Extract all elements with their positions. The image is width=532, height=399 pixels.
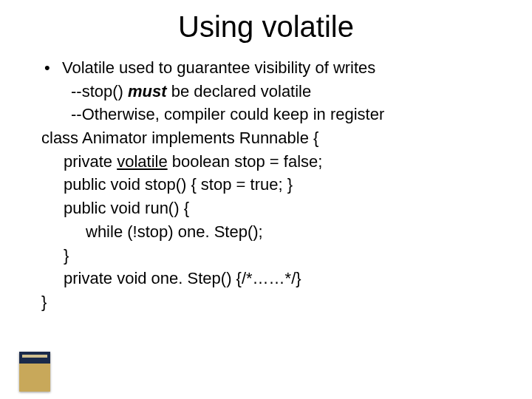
slide-title: Using volatile	[0, 10, 532, 44]
text-emphasis: must	[128, 82, 167, 100]
book-thumbnail-icon	[19, 352, 50, 392]
code-line: }	[41, 245, 502, 267]
bullet-main: Volatile used to guarantee visibility of…	[41, 57, 502, 79]
slide: Using volatile Volatile used to guarante…	[0, 10, 532, 399]
code-line: }	[41, 291, 502, 313]
code-line: private void one. Step() {/*……*/}	[41, 267, 502, 290]
text: be declared volatile	[167, 82, 312, 100]
code-line: public void run() {	[41, 197, 502, 219]
slide-body: Volatile used to guarantee visibility of…	[41, 57, 502, 313]
text: private	[64, 152, 117, 171]
code-line: private volatile boolean stop = false;	[41, 151, 502, 173]
text: --stop()	[71, 82, 128, 100]
sub-bullet-2: --Otherwise, compiler could keep in regi…	[41, 103, 502, 126]
code-line: while (!stop) one. Step();	[41, 221, 502, 243]
book-title-bar-icon	[22, 355, 47, 358]
sub-bullet-1: --stop() must be declared volatile	[41, 81, 502, 103]
text: boolean stop = false;	[168, 152, 323, 171]
text-underline: volatile	[117, 152, 167, 171]
code-line: public void stop() { stop = true; }	[41, 174, 502, 196]
code-line: class Animator implements Runnable {	[41, 127, 502, 149]
